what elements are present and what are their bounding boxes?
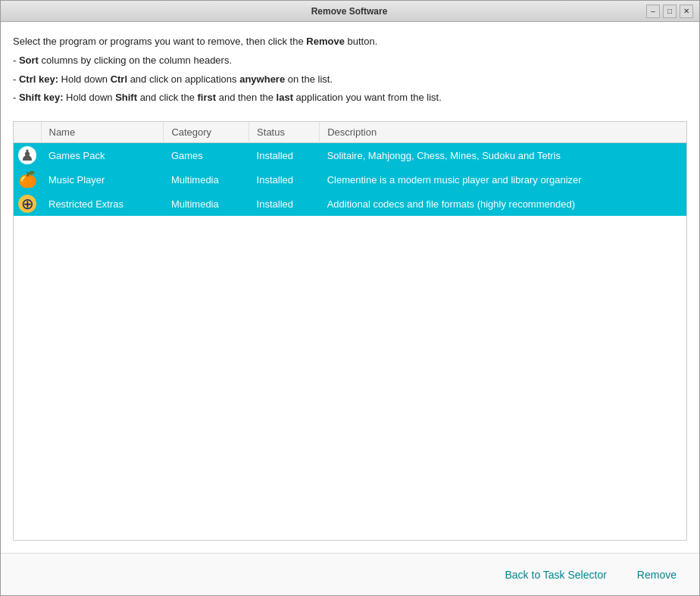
row-description: Additional codecs and file formats (high…: [320, 192, 686, 216]
ctrl-keyword: Ctrl: [111, 73, 127, 85]
row-icon-cell: ⊕: [14, 192, 41, 216]
row-status: Installed: [249, 143, 320, 168]
software-table-container: Name Category Status Description ♟Games …: [13, 121, 687, 541]
app-icon: ⊕: [18, 195, 36, 213]
row-description: Solitaire, Mahjongg, Chess, Mines, Sudok…: [320, 143, 686, 168]
ctrl-key-label: Ctrl key:: [19, 73, 58, 85]
row-category: Games: [164, 143, 249, 168]
shift-keyword: Shift: [115, 92, 137, 103]
shift-middle: Hold down: [63, 92, 115, 103]
app-icon: ♟: [18, 146, 36, 164]
window-controls: – □ ✕: [646, 5, 693, 18]
instruction-line1-prefix: Select the program or programs you want …: [13, 36, 306, 47]
row-name: Music Player: [41, 167, 164, 192]
instruction-line3: - Ctrl key: Hold down Ctrl and click on …: [13, 72, 687, 88]
software-table: Name Category Status Description ♟Games …: [14, 122, 686, 216]
table-row[interactable]: ⊕Restricted ExtrasMultimediaInstalledAdd…: [14, 192, 686, 216]
window-title: Remove Software: [52, 6, 646, 17]
maximize-button[interactable]: □: [663, 5, 677, 18]
instruction-line1: Select the program or programs you want …: [13, 34, 687, 50]
col-header-name[interactable]: Name: [41, 122, 164, 143]
row-status: Installed: [249, 167, 320, 192]
table-header-row: Name Category Status Description: [14, 122, 686, 143]
col-header-select[interactable]: [14, 122, 41, 143]
shift-and: and then the: [216, 92, 277, 103]
table-row[interactable]: ♟Games PackGamesInstalledSolitaire, Mahj…: [14, 143, 686, 168]
col-header-category[interactable]: Category: [164, 122, 249, 143]
close-button[interactable]: ✕: [680, 5, 693, 18]
row-name: Restricted Extras: [41, 192, 164, 216]
ctrl-suffix: and click on applications: [127, 73, 239, 85]
sort-suffix: columns by clicking on the column header…: [39, 55, 232, 66]
row-status: Installed: [249, 192, 320, 216]
main-content: Select the program or programs you want …: [1, 22, 699, 553]
instructions-block: Select the program or programs you want …: [13, 34, 687, 109]
shift-end: application you want from the list.: [293, 92, 442, 103]
table-row[interactable]: 🍊Music PlayerMultimediaInstalledClementi…: [14, 167, 686, 192]
ctrl-end: on the list.: [285, 73, 333, 85]
shift-key-label: Shift key:: [19, 92, 64, 103]
shift-prefix: -: [13, 92, 19, 103]
remove-button[interactable]: Remove: [630, 564, 684, 585]
remove-keyword: Remove: [306, 36, 345, 47]
instruction-line1-suffix: button.: [345, 36, 377, 47]
row-name: Games Pack: [41, 143, 164, 168]
app-icon: 🍊: [18, 170, 36, 189]
shift-suffix: and click the: [137, 92, 198, 103]
col-header-status[interactable]: Status: [249, 122, 320, 143]
sort-keyword: Sort: [19, 55, 39, 66]
row-icon-cell: 🍊: [14, 167, 41, 192]
row-description: Clementine is a modern music player and …: [320, 167, 686, 192]
last-keyword: last: [277, 92, 293, 103]
anywhere-keyword: anywhere: [239, 73, 285, 85]
main-window: Remove Software – □ ✕ Select the program…: [0, 0, 700, 596]
instruction-line4: - Shift key: Hold down Shift and click t…: [13, 90, 687, 106]
minimize-button[interactable]: –: [646, 5, 660, 18]
ctrl-middle: Hold down: [58, 73, 111, 85]
back-to-task-selector-button[interactable]: Back to Task Selector: [497, 564, 614, 585]
first-keyword: first: [198, 92, 217, 103]
ctrl-prefix: -: [13, 73, 19, 85]
row-category: Multimedia: [164, 167, 249, 192]
instruction-line2: - Sort columns by clicking on the column…: [13, 53, 687, 69]
footer: Back to Task Selector Remove: [1, 553, 699, 595]
row-icon-cell: ♟: [14, 143, 41, 168]
row-category: Multimedia: [164, 192, 249, 216]
col-header-description[interactable]: Description: [320, 122, 686, 143]
titlebar: Remove Software – □ ✕: [1, 1, 699, 22]
sort-prefix: -: [13, 55, 19, 66]
